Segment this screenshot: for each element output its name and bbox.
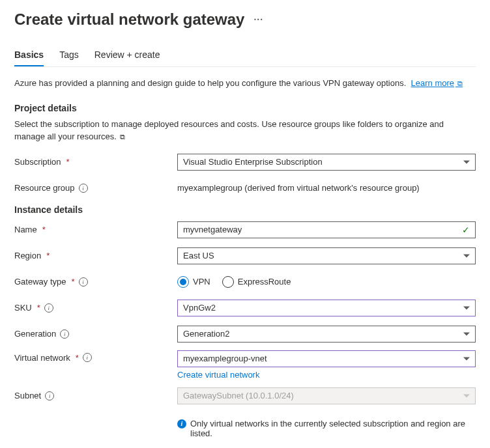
page-title: Create virtual network gateway ··· [14,10,476,29]
chevron-down-icon [463,160,470,163]
chevron-down-icon [463,357,470,360]
chevron-down-icon [463,306,470,309]
info-icon[interactable]: i [79,277,88,287]
label-region: Region* [14,251,177,260]
checkmark-icon: ✓ [462,225,470,235]
tab-tags[interactable]: Tags [59,46,79,66]
label-generation: Generation i [14,329,177,339]
subnet-info-note: i Only virtual networks in the currently… [177,419,476,438]
instance-details-heading: Instance details [14,204,476,215]
info-icon[interactable]: i [79,184,88,193]
chevron-down-icon [463,332,470,335]
tab-review[interactable]: Review + create [94,46,160,66]
intro-text: Azure has provided a planning and design… [14,77,476,90]
name-input[interactable]: myvnetgateway ✓ [177,221,476,238]
info-icon[interactable]: i [45,391,54,400]
radio-vpn[interactable]: VPN [177,276,210,288]
gateway-type-radio-group: VPN ExpressRoute [177,276,476,288]
radio-expressroute[interactable]: ExpressRoute [222,276,291,288]
radio-icon [222,276,234,288]
radio-icon [177,276,189,288]
info-icon[interactable]: i [60,329,69,339]
chevron-down-icon [463,394,470,397]
label-vnet: Virtual network* i [14,350,177,363]
tabs: Basics Tags Review + create [14,46,476,67]
label-sku: SKU* i [14,303,177,313]
subnet-select: GatewaySubnet (10.0.1.0/24) [177,387,476,404]
info-icon[interactable]: i [44,303,53,313]
label-resource-group: Resource group i [14,183,177,193]
external-link-icon: ⧉ [118,133,125,141]
info-filled-icon: i [177,419,186,428]
subscription-select[interactable]: Visual Studio Enterprise Subscription [177,154,476,171]
project-details-heading: Project details [14,103,476,113]
project-details-desc: Select the subscription to manage deploy… [14,119,476,143]
region-select[interactable]: East US [177,247,476,264]
create-vnet-link[interactable]: Create virtual network [177,370,259,380]
more-actions-icon[interactable]: ··· [253,14,263,25]
label-subnet: Subnet i [14,391,177,400]
generation-select[interactable]: Generation2 [177,326,476,343]
label-subscription: Subscription* [14,157,177,167]
external-link-icon: ⧉ [455,79,463,87]
resource-group-value: myexamplegroup (derived from virtual net… [177,183,420,193]
label-gateway-type: Gateway type* i [14,277,177,287]
info-icon[interactable]: i [83,353,92,362]
vnet-select[interactable]: myexamplegroup-vnet [177,350,476,367]
learn-more-link[interactable]: Learn more ⧉ [411,78,463,88]
sku-select[interactable]: VpnGw2 [177,300,476,316]
page-title-text: Create virtual network gateway [14,10,244,29]
tab-basics[interactable]: Basics [14,46,44,66]
chevron-down-icon [463,254,470,257]
label-name: Name* [14,225,177,234]
